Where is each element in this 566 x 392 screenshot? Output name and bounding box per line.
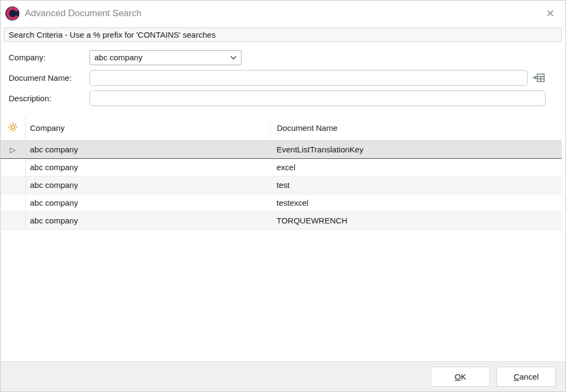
cell-document-name: test: [270, 176, 562, 194]
table-row[interactable]: abc company excel: [1, 158, 562, 176]
table-row[interactable]: abc company test: [1, 176, 562, 194]
cell-document-name: excel: [270, 158, 562, 176]
sun-icon: [8, 124, 18, 134]
row-indicator-icon: ▷: [1, 141, 25, 158]
results-grid: Company Document Name ▷ abc company Even…: [1, 116, 562, 361]
company-label: Company:: [1, 53, 89, 62]
row-indicator-icon: [1, 194, 25, 212]
close-icon[interactable]: ✕: [543, 6, 558, 21]
window-title: Advanced Document Search: [25, 8, 543, 19]
column-header-document-name[interactable]: Document Name: [270, 116, 562, 141]
cancel-button[interactable]: Cancel: [496, 367, 556, 387]
advanced-document-search-dialog: Advanced Document Search ✕ Search Criter…: [0, 0, 566, 392]
document-name-row: Document Name:: [1, 70, 565, 86]
company-row: Company: abc company: [1, 50, 565, 65]
cell-document-name: testexcel: [270, 194, 562, 212]
footer-bar: OK Cancel: [1, 361, 565, 391]
cell-company: abc company: [25, 212, 270, 229]
cell-company: abc company: [25, 141, 270, 158]
chevron-down-icon: [229, 53, 238, 62]
title-bar: Advanced Document Search ✕: [1, 1, 565, 26]
cell-document-name: EventListTranslationKey: [270, 141, 562, 158]
app-logo-icon: [5, 6, 20, 21]
search-criteria-header: Search Criteria - Use a % prefix for 'CO…: [4, 27, 562, 42]
table-row[interactable]: abc company testexcel: [1, 194, 562, 212]
grid-customize-header[interactable]: [1, 116, 25, 141]
company-selected-value: abc company: [94, 53, 229, 62]
column-header-company[interactable]: Company: [25, 116, 270, 141]
cell-company: abc company: [25, 194, 270, 212]
document-name-label: Document Name:: [1, 73, 89, 82]
cell-company: abc company: [25, 176, 270, 194]
cell-company: abc company: [25, 158, 270, 176]
row-indicator-icon: [1, 158, 25, 176]
search-form: Company: abc company Document Name:: [1, 42, 565, 111]
cell-document-name: TORQUEWRENCH: [270, 212, 562, 229]
row-indicator-icon: [1, 176, 25, 194]
lookup-grid-icon[interactable]: [532, 72, 545, 84]
row-indicator-icon: [1, 212, 25, 229]
ok-button[interactable]: OK: [431, 367, 490, 387]
description-row: Description:: [1, 90, 565, 106]
grid-header-row: Company Document Name: [1, 116, 562, 141]
description-label: Description:: [1, 94, 89, 103]
document-name-input[interactable]: [89, 70, 528, 86]
table-row[interactable]: abc company TORQUEWRENCH: [1, 212, 562, 229]
table-row[interactable]: ▷ abc company EventListTranslationKey: [1, 141, 562, 158]
company-dropdown[interactable]: abc company: [89, 50, 241, 65]
grid-body: ▷ abc company EventListTranslationKey ab…: [1, 141, 562, 229]
description-input[interactable]: [89, 90, 546, 106]
